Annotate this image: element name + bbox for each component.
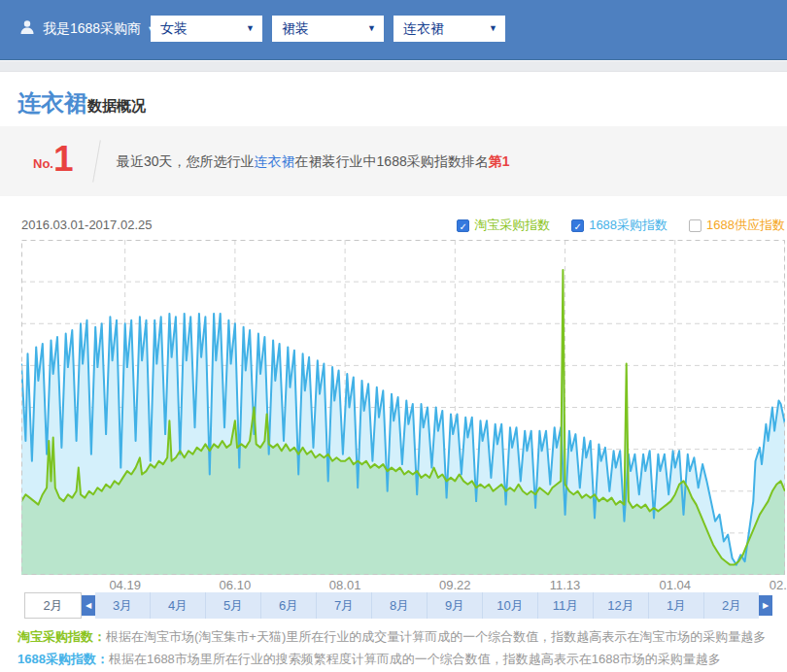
month-prev-arrow-icon[interactable]: ◀	[82, 595, 95, 616]
legend-item-2[interactable]: 1688供应指数	[689, 217, 785, 234]
chart-legend: ✓淘宝采购指数✓1688采购指数1688供应指数	[435, 217, 785, 234]
page-title: 连衣裙 数据概况	[17, 87, 146, 118]
rank-text-keyword: 连衣裙	[255, 153, 295, 169]
rank-number-badge: No. 1	[33, 141, 74, 177]
category-dropdown-level2[interactable]: 裙装 ▼	[272, 16, 384, 42]
legend-label: 1688采购指数	[589, 217, 667, 234]
month-cell-10月[interactable]: 10月	[482, 592, 537, 619]
month-cell-11月[interactable]: 11月	[537, 592, 593, 619]
top-navigation-bar: 我是1688采购商 ▼ 女装 ▼ 裙装 ▼ 连衣裙 ▼	[0, 0, 787, 60]
checkbox-checked-icon[interactable]: ✓	[571, 219, 584, 232]
rank-summary-box: No. 1 最近30天，您所选行业连衣裙在裙装行业中1688采购指数排名第1	[0, 126, 787, 196]
x-axis-labels: 04.1906.1008.0109.2211.1301.0402.25	[0, 578, 787, 593]
rank-number: 1	[53, 141, 74, 177]
month-cell-7月[interactable]: 7月	[316, 592, 371, 619]
rank-text-middle: 在裙装行业中1688采购指数排名	[295, 153, 489, 169]
legend-item-0[interactable]: ✓淘宝采购指数	[457, 217, 550, 234]
index-trend-chart	[21, 240, 785, 575]
checkbox-checked-icon[interactable]: ✓	[457, 219, 469, 232]
month-cell-4月[interactable]: 4月	[150, 592, 205, 619]
page-title-keyword: 连衣裙	[17, 87, 87, 118]
month-cell-6月[interactable]: 6月	[260, 592, 316, 619]
month-cell-9月[interactable]: 9月	[427, 592, 482, 619]
page-title-suffix: 数据概况	[87, 97, 146, 116]
x-axis-label: 09.22	[433, 578, 476, 592]
month-cell-12月[interactable]: 12月	[593, 592, 648, 619]
user-role-menu[interactable]: 我是1688采购商 ▼	[19, 19, 155, 38]
month-selected[interactable]: 2月	[24, 592, 82, 619]
month-selector-bar: 2月◀3月4月5月6月7月8月9月10月11月12月1月2月▶	[24, 592, 772, 619]
footnote-label: 1688采购指数：	[17, 652, 109, 666]
x-axis-label: 04.19	[104, 578, 147, 592]
legend-item-1[interactable]: ✓1688采购指数	[571, 217, 667, 234]
footnote-line-0: 淘宝采购指数：根据在淘宝市场(淘宝集市+天猫)里所在行业的成交量计算而成的一个综…	[17, 625, 766, 648]
rank-text-prefix: 最近30天，您所选行业	[117, 153, 255, 169]
footnote-label: 淘宝采购指数：	[17, 629, 106, 644]
month-cell-2月[interactable]: 2月	[703, 592, 759, 619]
rank-description: 最近30天，您所选行业连衣裙在裙装行业中1688采购指数排名第1	[117, 153, 510, 171]
index-footnotes: 淘宝采购指数：根据在淘宝市场(淘宝集市+天猫)里所在行业的成交量计算而成的一个综…	[17, 625, 766, 670]
legend-label: 淘宝采购指数	[474, 217, 550, 234]
x-axis-label: 01.04	[654, 578, 697, 592]
chart-date-range: 2016.03.01-2017.02.25	[21, 218, 152, 232]
footnote-text: 根据在淘宝市场(淘宝集市+天猫)里所在行业的成交量计算而成的一个综合数值，指数越…	[106, 629, 766, 644]
rank-text-rank: 第1	[489, 153, 510, 169]
month-next-arrow-icon[interactable]: ▶	[759, 595, 772, 616]
header-divider-strip	[0, 61, 787, 72]
chevron-down-icon: ▼	[489, 16, 497, 42]
month-cell-8月[interactable]: 8月	[371, 592, 427, 619]
category-dropdown-level1[interactable]: 女装 ▼	[151, 16, 262, 42]
rank-divider	[92, 140, 101, 183]
x-axis-label: 08.01	[324, 578, 366, 592]
month-cell-5月[interactable]: 5月	[205, 592, 260, 619]
month-cell-1月[interactable]: 1月	[648, 592, 703, 619]
x-axis-label: 06.10	[214, 578, 257, 592]
month-cell-3月[interactable]: 3月	[95, 592, 150, 619]
legend-label: 1688供应指数	[706, 217, 785, 234]
month-strip: 3月4月5月6月7月8月9月10月11月12月1月2月	[95, 592, 759, 619]
x-axis-label: 11.13	[544, 578, 587, 592]
page: 我是1688采购商 ▼ 女装 ▼ 裙装 ▼ 连衣裙 ▼ 连衣裙 数据概况 No.…	[0, 0, 787, 672]
footnote-text: 根据在1688市场里所在行业的搜索频繁程度计算而成的一个综合数值，指数越高表示在…	[109, 652, 721, 666]
category-dropdown-level3[interactable]: 连衣裙 ▼	[394, 16, 505, 42]
chart-svg	[21, 240, 785, 575]
user-role-label: 我是1688采购商	[43, 20, 141, 38]
x-axis-label: 02.25	[764, 578, 787, 592]
footnote-line-1: 1688采购指数：根据在1688市场里所在行业的搜索频繁程度计算而成的一个综合数…	[17, 648, 766, 670]
chevron-down-icon: ▼	[246, 16, 255, 42]
category-dropdown-level3-value: 连衣裙	[403, 20, 444, 36]
category-dropdown-level2-value: 裙装	[282, 20, 309, 36]
rank-no-label: No.	[33, 156, 53, 177]
user-icon	[19, 19, 35, 38]
category-dropdown-level1-value: 女装	[160, 20, 188, 36]
checkbox-unchecked-icon[interactable]	[689, 219, 701, 232]
chevron-down-icon: ▼	[367, 16, 376, 42]
